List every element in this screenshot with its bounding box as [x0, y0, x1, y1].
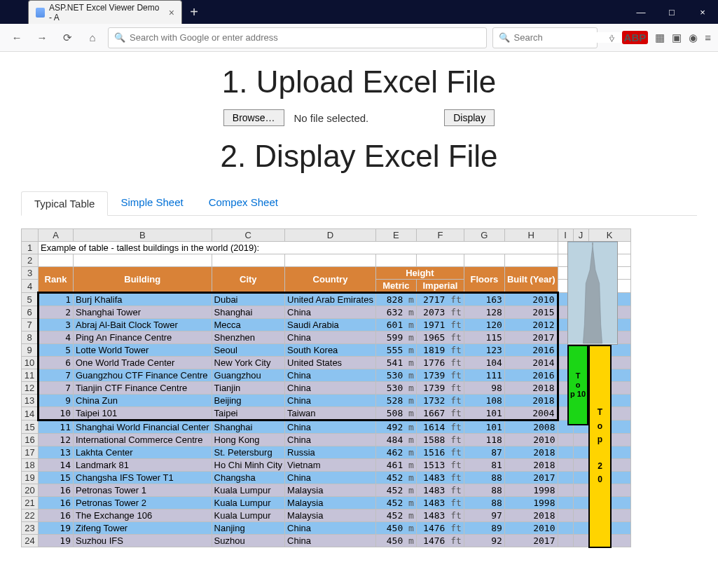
cell-empty[interactable]: [573, 484, 588, 497]
cell-floors[interactable]: 111: [464, 369, 504, 382]
cell-building[interactable]: Changsha IFS Tower T1: [74, 472, 212, 484]
cell-floors[interactable]: 104: [464, 357, 504, 369]
cell-building[interactable]: China Zun: [74, 395, 212, 407]
cell-metric[interactable]: 450 m: [375, 522, 416, 535]
rowhdr[interactable]: 7: [22, 319, 39, 331]
cell-rank[interactable]: 16: [39, 497, 74, 510]
browse-button[interactable]: Browse…: [223, 109, 284, 126]
cell-year[interactable]: 2010: [504, 522, 558, 535]
cell-building[interactable]: Ping An Finance Centre: [74, 331, 212, 344]
cell-country[interactable]: China: [285, 421, 376, 434]
cell-rank[interactable]: 19: [39, 522, 74, 535]
rowhdr[interactable]: 13: [22, 395, 39, 407]
cell-metric[interactable]: 461 m: [375, 459, 416, 472]
rowhdr[interactable]: 19: [22, 472, 39, 484]
cell-metric[interactable]: 450 m: [375, 535, 416, 547]
cell-year[interactable]: 2018: [504, 459, 558, 472]
cell-city[interactable]: Mecca: [212, 319, 285, 331]
excel-grid[interactable]: A B C D E F G H I J K 1 Example of table…: [21, 228, 631, 547]
table-title-cell[interactable]: Example of table - tallest buildings in …: [39, 242, 558, 254]
colhdr-E[interactable]: E: [375, 229, 416, 242]
hdr-country[interactable]: Country: [285, 267, 376, 293]
cell-city[interactable]: Kuala Lumpur: [212, 510, 285, 522]
cell-country[interactable]: China: [285, 395, 376, 407]
cell-year[interactable]: 2018: [504, 395, 558, 407]
cell-floors[interactable]: 128: [464, 306, 504, 319]
cell-year[interactable]: 2016: [504, 369, 558, 382]
cell-floors[interactable]: 92: [464, 535, 504, 547]
adblock-icon[interactable]: ABP: [622, 31, 649, 44]
url-input[interactable]: [130, 32, 481, 43]
colhdr-H[interactable]: H: [504, 229, 558, 242]
cell-metric[interactable]: 541 m: [375, 357, 416, 369]
cell-metric[interactable]: 828 m: [375, 293, 416, 306]
cell-building[interactable]: Zifeng Tower: [74, 522, 212, 535]
cell-building[interactable]: Tianjin CTF Finance Centre: [74, 382, 212, 395]
cell-building[interactable]: Lakhta Center: [74, 446, 212, 459]
cell-country[interactable]: South Korea: [285, 344, 376, 357]
cell-floors[interactable]: 101: [464, 421, 504, 434]
colhdr-G[interactable]: G: [464, 229, 504, 242]
cell-empty[interactable]: [573, 459, 588, 472]
cell-metric[interactable]: 462 m: [375, 446, 416, 459]
hdr-metric[interactable]: Metric: [375, 280, 416, 293]
cell-year[interactable]: 2015: [504, 306, 558, 319]
cell-metric[interactable]: 484 m: [375, 434, 416, 446]
cell-empty[interactable]: [558, 484, 573, 497]
rowhdr[interactable]: 12: [22, 382, 39, 395]
minimize-button[interactable]: —: [626, 0, 656, 24]
hdr-built[interactable]: Built (Year): [504, 267, 558, 293]
cell-building[interactable]: Lotte World Tower: [74, 344, 212, 357]
cell-year[interactable]: 2010: [504, 293, 558, 306]
rowhdr[interactable]: 9: [22, 344, 39, 357]
cell-empty[interactable]: [573, 434, 588, 446]
cell-year[interactable]: 1998: [504, 497, 558, 510]
cell-city[interactable]: Guangzhou: [212, 369, 285, 382]
hdr-building[interactable]: Building: [74, 267, 212, 293]
cell-metric[interactable]: 452 m: [375, 484, 416, 497]
cell-imperial[interactable]: 1516 ft: [416, 446, 464, 459]
cell-metric[interactable]: 530 m: [375, 369, 416, 382]
rowhdr[interactable]: 18: [22, 459, 39, 472]
cell-city[interactable]: Seoul: [212, 344, 285, 357]
cell-city[interactable]: Suzhou: [212, 535, 285, 547]
cell-metric[interactable]: 601 m: [375, 319, 416, 331]
cell-rank[interactable]: 4: [39, 331, 74, 344]
cell-year[interactable]: 2017: [504, 535, 558, 547]
close-tab-icon[interactable]: ×: [169, 7, 174, 18]
colhdr-K[interactable]: K: [588, 229, 630, 242]
tab-complex-sheet[interactable]: Compex Sheet: [196, 191, 291, 215]
rowhdr[interactable]: 21: [22, 497, 39, 510]
cell-imperial[interactable]: 1614 ft: [416, 421, 464, 434]
cell-year[interactable]: 2017: [504, 331, 558, 344]
maximize-button[interactable]: □: [656, 0, 687, 24]
cell-floors[interactable]: 87: [464, 446, 504, 459]
cell-floors[interactable]: 108: [464, 395, 504, 407]
cell-empty[interactable]: [573, 510, 588, 522]
cell-building[interactable]: Shanghai Tower: [74, 306, 212, 319]
rowhdr[interactable]: 15: [22, 421, 39, 434]
tab-typical-table[interactable]: Typical Table: [21, 191, 108, 216]
cell-rank[interactable]: 3: [39, 319, 74, 331]
cell-floors[interactable]: 88: [464, 484, 504, 497]
rowhdr[interactable]: 23: [22, 522, 39, 535]
colhdr-D[interactable]: D: [285, 229, 376, 242]
cell-year[interactable]: 2016: [504, 344, 558, 357]
cell-imperial[interactable]: 1476 ft: [416, 535, 464, 547]
cell-metric[interactable]: 530 m: [375, 382, 416, 395]
cell-year[interactable]: 2012: [504, 319, 558, 331]
cell-floors[interactable]: 88: [464, 497, 504, 510]
cell-metric[interactable]: 599 m: [375, 331, 416, 344]
cell-rank[interactable]: 13: [39, 446, 74, 459]
colhdr-C[interactable]: C: [212, 229, 285, 242]
cell-country[interactable]: Malaysia: [285, 510, 376, 522]
cell-country[interactable]: United States: [285, 357, 376, 369]
rowhdr[interactable]: 14: [22, 407, 39, 421]
cell-year[interactable]: 2018: [504, 446, 558, 459]
hdr-rank[interactable]: Rank: [39, 267, 74, 293]
cell-imperial[interactable]: 2717 ft: [416, 293, 464, 306]
cell-rank[interactable]: 11: [39, 421, 74, 434]
cell-year[interactable]: 2010: [504, 434, 558, 446]
menu-button[interactable]: ≡: [705, 32, 711, 43]
cell-city[interactable]: Nanjing: [212, 522, 285, 535]
